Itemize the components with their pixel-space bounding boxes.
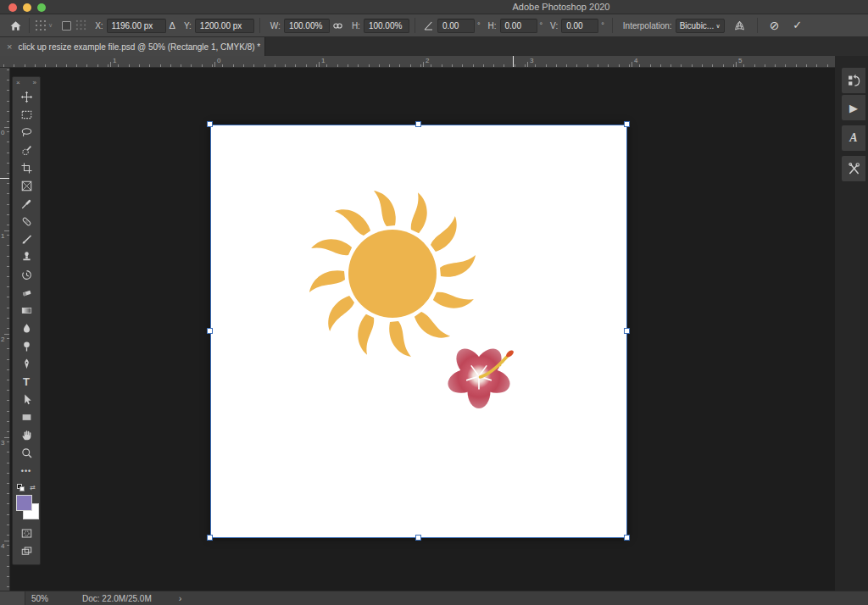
tool-hand[interactable] <box>13 426 40 444</box>
tool-rectangular-marquee[interactable] <box>13 106 40 124</box>
interpolation-label: Interpolation: <box>623 21 672 31</box>
rotation-field[interactable]: 0.00 <box>437 19 475 33</box>
status-bar: 50% Doc: 22.0M/25.0M › <box>0 591 868 605</box>
tool-blur[interactable] <box>13 319 40 337</box>
default-colors-icon[interactable] <box>17 484 25 491</box>
height-label: H: <box>352 21 360 31</box>
divider <box>29 18 30 33</box>
tool-path-selection[interactable] <box>13 391 40 408</box>
tool-dodge[interactable] <box>13 337 40 355</box>
ruler-label: 5 <box>738 57 742 64</box>
tool-move[interactable] <box>13 88 40 106</box>
tool-edit-toolbar[interactable]: ••• <box>13 462 40 480</box>
y-position-field[interactable]: 1200.00 px <box>195 19 254 33</box>
window-title: Adobe Photoshop 2020 <box>0 2 868 12</box>
close-tab-icon[interactable]: × <box>7 42 12 52</box>
x-label: X: <box>95 21 103 31</box>
tool-clone-stamp[interactable] <box>13 248 40 266</box>
transform-handle[interactable] <box>415 535 421 541</box>
interpolation-dropdown[interactable]: Bicubic... ∨ <box>676 19 725 33</box>
home-icon[interactable] <box>7 19 24 32</box>
tool-gradient[interactable] <box>13 302 40 319</box>
tool-spot-healing[interactable] <box>13 213 40 230</box>
tool-pen[interactable] <box>13 355 40 373</box>
document-canvas[interactable] <box>210 125 627 538</box>
ruler-label: 3 <box>530 57 533 64</box>
document-tab[interactable]: × click up resize example file.psd @ 50%… <box>0 37 265 56</box>
foreground-color-swatch[interactable] <box>16 495 32 511</box>
document-size-info: Doc: 22.0M/25.0M <box>82 594 152 603</box>
canvas-area[interactable] <box>10 68 835 591</box>
transform-handle[interactable] <box>624 121 630 127</box>
transform-handle[interactable] <box>207 121 213 127</box>
tool-crop[interactable] <box>13 159 40 177</box>
ruler-label: 0 <box>1 129 4 136</box>
transform-handle[interactable] <box>207 535 213 541</box>
tools-panel-header: × » <box>13 77 40 88</box>
options-bar: ∨ X: 1196.00 px Δ Y: 1200.00 px W: 100.0… <box>0 14 868 37</box>
degree-suffix: ° <box>540 21 543 30</box>
width-label: W: <box>270 21 281 31</box>
tool-lasso[interactable] <box>13 124 40 142</box>
degree-suffix: ° <box>477 21 481 30</box>
transform-handle[interactable] <box>207 328 213 334</box>
relative-positioning-button[interactable]: Δ <box>170 20 175 31</box>
h-skew-label: H: <box>488 21 497 31</box>
v-skew-label: V: <box>550 21 558 31</box>
vertical-ruler[interactable]: 01234 <box>0 68 10 591</box>
ruler-label: 1 <box>113 57 116 64</box>
panel-button-actions[interactable]: ▶ <box>842 95 865 120</box>
tool-frame[interactable] <box>13 177 40 195</box>
toggle-reference-point-checkbox[interactable] <box>62 21 71 31</box>
tool-rectangle[interactable] <box>13 408 40 426</box>
divider <box>259 18 260 33</box>
ruler-label: 1 <box>1 232 4 240</box>
status-zoom-box <box>0 591 25 605</box>
status-chevron-icon[interactable]: › <box>179 593 182 603</box>
ruler-label: 2 <box>426 57 429 64</box>
color-swatches <box>13 494 40 523</box>
h-skew-field[interactable]: 0.00 <box>500 19 537 33</box>
tool-quick-selection[interactable] <box>13 142 40 159</box>
swap-colors-icon[interactable]: ⇄ <box>30 484 36 491</box>
panel-button-character[interactable]: A <box>842 125 865 151</box>
panel-button-history[interactable] <box>842 68 865 93</box>
tool-quick-mask[interactable] <box>13 525 40 542</box>
transform-handle[interactable] <box>415 121 421 127</box>
tool-history-brush[interactable] <box>13 266 40 284</box>
close-panel-icon[interactable]: × <box>16 79 20 86</box>
tool-zoom[interactable] <box>13 444 40 462</box>
divider <box>415 18 415 33</box>
ruler-label: 1 <box>321 57 325 64</box>
cancel-transform-button[interactable]: ⊘ <box>770 19 780 31</box>
chevron-down-icon: ∨ <box>716 19 721 32</box>
transform-handle[interactable] <box>624 328 630 334</box>
divider <box>757 18 758 33</box>
width-field[interactable]: 100.00% <box>284 19 330 33</box>
ruler-label: 2 <box>1 336 4 343</box>
collapse-panel-icon[interactable]: » <box>33 79 36 86</box>
height-field[interactable]: 100.00% <box>364 19 409 33</box>
transform-bounding-box <box>210 125 627 538</box>
commit-transform-button[interactable]: ✓ <box>793 19 802 31</box>
tool-eyedropper[interactable] <box>13 195 40 213</box>
document-tab-title: click up resize example file.psd @ 50% (… <box>18 42 260 52</box>
tool-type[interactable]: T <box>13 373 40 391</box>
tool-brush[interactable] <box>13 230 40 248</box>
tool-eraser[interactable] <box>13 284 40 302</box>
right-panel-dock: ▶A <box>835 56 868 591</box>
default-colors-row: ⇄ <box>13 482 40 492</box>
panel-button-tool-presets[interactable] <box>842 156 865 181</box>
transform-handle[interactable] <box>624 535 630 541</box>
reference-point-locator-icon <box>75 19 86 32</box>
horizontal-ruler[interactable]: 1012345 <box>0 56 835 68</box>
tool-screen-mode[interactable] <box>13 542 40 560</box>
ruler-label: 4 <box>634 57 637 64</box>
link-dimensions-icon[interactable] <box>330 19 347 32</box>
x-position-field[interactable]: 1196.00 px <box>107 19 166 33</box>
zoom-level[interactable]: 50% <box>31 594 48 603</box>
warp-mode-icon[interactable] <box>732 19 748 32</box>
cursor-position-marker <box>513 56 514 67</box>
v-skew-field[interactable]: 0.00 <box>561 19 598 33</box>
tools-panel: × » T••• ⇄ <box>12 76 41 565</box>
